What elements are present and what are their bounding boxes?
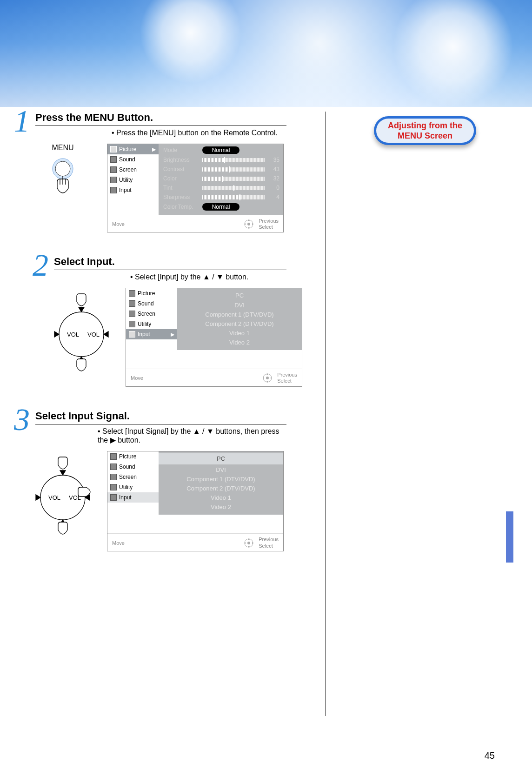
footer-move: Move [131, 375, 143, 381]
screen-icon [110, 166, 117, 173]
footer-move: Move [112, 540, 125, 546]
input-option-component1[interactable]: Component 1 (DTV/DVD) [162, 475, 279, 484]
dandelion-graphic [392, 0, 513, 107]
setting-mode[interactable]: ModeNormal [163, 145, 279, 155]
setting-tint[interactable]: Tint0 [163, 183, 279, 192]
svg-text:VOL: VOL [48, 494, 60, 501]
setting-color[interactable]: Color32 [163, 174, 279, 183]
osd-nav: Picture▶ Sound Screen Utility Input [107, 144, 159, 215]
step-1: 1 Press the MENU Button. • Press the [ME… [19, 112, 298, 232]
step-title: Press the MENU Button. [35, 112, 286, 126]
picture-icon [129, 290, 135, 297]
picture-icon [110, 146, 117, 152]
input-icon [110, 494, 117, 501]
step-title: Select Input Signal. [35, 410, 286, 424]
page-number: 45 [485, 750, 495, 761]
dpad-icon [244, 538, 254, 548]
dpad-icon [244, 219, 254, 229]
osd-nav: Picture Sound Screen Utility Input [107, 451, 159, 515]
utility-icon [129, 321, 135, 327]
dandelion-graphic [140, 0, 242, 84]
nav-item-picture[interactable]: Picture▶ [107, 144, 159, 154]
step-title: Select Input. [54, 256, 286, 270]
menu-button-label: MENU [19, 144, 107, 152]
input-option-video2[interactable]: Video 2 [181, 338, 298, 347]
input-source-list: PC DVI Component 1 (DTV/DVD) Component 2… [177, 288, 302, 350]
input-option-pc[interactable]: PC [181, 291, 298, 300]
footer-previous: Previous [277, 372, 297, 378]
side-thumb-tab [506, 511, 513, 563]
input-option-video1[interactable]: Video 1 [181, 329, 298, 338]
sound-icon [110, 156, 117, 163]
nav-item-picture[interactable]: Picture [107, 451, 159, 462]
step-number: 3 [14, 404, 30, 435]
nav-item-input[interactable]: Input [107, 185, 159, 195]
picture-settings-panel: ModeNormal Brightness35 Contrast43 Color… [159, 144, 283, 215]
nav-item-utility[interactable]: Utility [126, 319, 177, 329]
input-option-dvi[interactable]: DVI [181, 301, 298, 310]
osd-footer: Move Previous Select [126, 369, 302, 386]
setting-brightness[interactable]: Brightness35 [163, 155, 279, 165]
step-instruction: • Press the [MENU] button on the Remote … [112, 129, 298, 137]
input-icon [129, 331, 135, 338]
input-option-component2[interactable]: Component 2 (DTV/DVD) [181, 319, 298, 329]
footer-previous: Previous [259, 537, 279, 542]
nav-item-utility[interactable]: Utility [107, 175, 159, 185]
footer-select: Select [259, 224, 273, 230]
nav-item-screen[interactable]: Screen [107, 165, 159, 175]
svg-point-3 [247, 223, 250, 225]
setting-color-temp[interactable]: Color Temp.Normal [163, 202, 279, 212]
input-option-pc-selected[interactable]: PC [159, 453, 283, 464]
step-number: 1 [14, 105, 30, 137]
dpad-icon [262, 373, 273, 383]
remote-volume-nav-illustration: VOL VOL [42, 288, 121, 383]
step-instruction: • Select [Input] by the ▲ / ▼ button. [130, 273, 316, 281]
footer-select: Select [259, 543, 273, 549]
svg-text:VOL: VOL [67, 331, 79, 338]
svg-point-8 [266, 377, 269, 379]
screen-icon [129, 311, 135, 317]
input-option-component2[interactable]: Component 2 (DTV/DVD) [162, 484, 279, 493]
picture-icon [110, 453, 117, 460]
svg-point-1 [55, 161, 70, 176]
remote-menu-button-illustration [42, 155, 84, 208]
osd-picture-menu: Picture▶ Sound Screen Utility Input Mode… [107, 144, 284, 232]
nav-item-sound[interactable]: Sound [107, 462, 159, 472]
nav-item-screen[interactable]: Screen [107, 472, 159, 482]
step-2: 2 Select Input. • Select [Input] by the … [37, 256, 316, 386]
nav-item-sound[interactable]: Sound [126, 298, 177, 309]
setting-sharpness[interactable]: Sharpness4 [163, 192, 279, 202]
nav-item-screen[interactable]: Screen [126, 309, 177, 319]
osd-nav: Picture Sound Screen Utility Input▶ [126, 288, 177, 350]
nav-item-utility[interactable]: Utility [107, 482, 159, 492]
osd-footer: Move Previous Select [107, 533, 283, 550]
input-icon [110, 187, 117, 193]
sound-icon [129, 300, 135, 307]
svg-text:VOL: VOL [69, 494, 81, 501]
nav-item-input[interactable]: Input▶ [126, 329, 177, 339]
svg-point-13 [247, 542, 250, 544]
osd-input-menu: Picture Sound Screen Utility Input▶ PC D… [126, 288, 302, 386]
footer-move: Move [112, 221, 125, 227]
osd-input-signal-menu: Picture Sound Screen Utility Input PC DV… [107, 451, 284, 551]
footer-select: Select [277, 378, 292, 384]
input-option-dvi[interactable]: DVI [162, 465, 279, 475]
vertical-divider [326, 112, 326, 716]
input-option-component1[interactable]: Component 1 (DTV/DVD) [181, 310, 298, 319]
input-option-video1[interactable]: Video 1 [162, 493, 279, 503]
step-number: 2 [33, 249, 48, 281]
utility-icon [110, 177, 117, 183]
nav-item-sound[interactable]: Sound [107, 154, 159, 165]
nav-item-picture[interactable]: Picture [126, 288, 177, 298]
setting-contrast[interactable]: Contrast43 [163, 165, 279, 174]
footer-previous: Previous [259, 218, 279, 224]
nav-item-input[interactable]: Input [107, 492, 159, 503]
input-source-list: PC DVI Component 1 (DTV/DVD) Component 2… [159, 451, 283, 515]
step-3: 3 Select Input Signal. • Select [Input S… [19, 410, 298, 551]
callout-line2: MENU Screen [398, 131, 452, 140]
header-background [0, 0, 532, 107]
input-option-video2[interactable]: Video 2 [162, 503, 279, 512]
chevron-right-icon: ▶ [171, 331, 174, 338]
remote-volume-nav-illustration: VOL VOL [23, 451, 102, 546]
callout-line1: Adjusting from the [388, 121, 462, 130]
